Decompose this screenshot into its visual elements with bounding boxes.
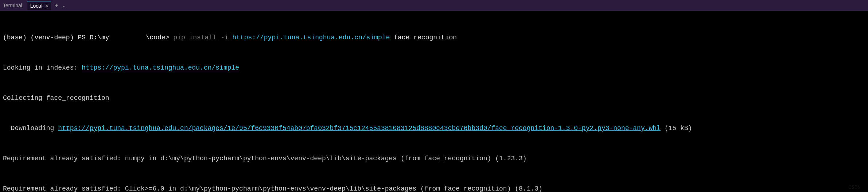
cmd-install: install	[189, 34, 217, 41]
prompt-prefix: (base) (venv-deep) PS D:\my	[3, 34, 109, 41]
output-line: Looking in indexes: https://pypi.tuna.ts…	[3, 63, 865, 73]
text: Downloading	[3, 125, 58, 132]
file-size: (15 kB)	[661, 125, 692, 132]
cmd-index-url[interactable]: https://pypi.tuna.tsinghua.edu.cn/simple	[232, 34, 390, 41]
output-line: Downloading https://pypi.tuna.tsinghua.e…	[3, 124, 865, 133]
watermark: CSDN	[848, 185, 861, 190]
cmd-flag: -i	[221, 34, 229, 41]
prompt-suffix: \code>	[146, 34, 170, 41]
index-url-link[interactable]: https://pypi.tuna.tsinghua.edu.cn/simple	[82, 64, 239, 71]
download-url-link[interactable]: https://pypi.tuna.tsinghua.edu.cn/packag…	[58, 125, 661, 132]
redacted-path	[109, 35, 146, 40]
tab-label: Local	[30, 3, 42, 9]
close-icon[interactable]: ×	[45, 3, 48, 9]
terminal-tool-label: Terminal:	[3, 3, 24, 8]
tab-dropdown-icon[interactable]: ⌄	[62, 3, 66, 8]
add-tab-icon[interactable]: +	[55, 2, 58, 9]
text: Looking in indexes:	[3, 64, 82, 71]
terminal-tab-bar: Terminal: Local × + ⌄	[0, 0, 868, 11]
prompt-line: (base) (venv-deep) PS D:\my\code> pip in…	[3, 33, 865, 43]
terminal-output[interactable]: (base) (venv-deep) PS D:\my\code> pip in…	[0, 11, 868, 192]
cmd-pip: pip	[173, 34, 185, 41]
output-line: Requirement already satisfied: Click>=6.…	[3, 184, 865, 192]
output-line: Collecting face_recognition	[3, 93, 865, 103]
output-line: Requirement already satisfied: numpy in …	[3, 154, 865, 164]
cmd-package: face_recognition	[394, 34, 457, 41]
tab-local[interactable]: Local ×	[27, 1, 51, 10]
